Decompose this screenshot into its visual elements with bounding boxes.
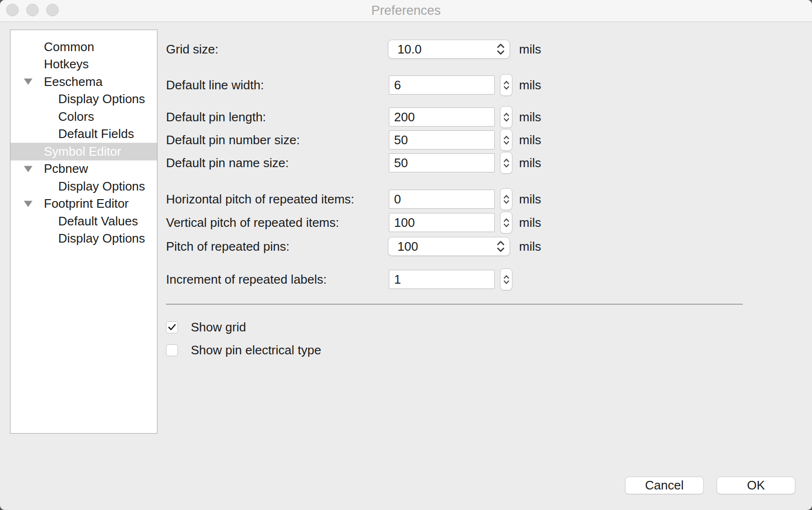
unit-label: mils [519,239,541,254]
checkbox-label: Show grid [191,320,246,335]
show-pin-electrical-type-checkbox[interactable] [166,344,178,356]
popup-selected-value: 100 [397,239,418,254]
default-pin-name-size-stepper[interactable] [500,152,512,174]
chevron-up-icon [503,136,510,139]
default-pin-name-size-label: Default pin name size: [166,156,289,170]
checkmark-icon [168,324,176,330]
vertical-pitch-of-repeated-items-label: Vertical pitch of repeated items: [166,215,339,230]
popup-selected-value: 10.0 [397,42,422,57]
default-pin-length-row: Default pin length: mils [166,106,777,128]
chevron-down-icon [503,164,510,168]
preferences-window: Preferences Common Hotkeys Eeschema Disp… [0,0,812,510]
unit-label: mils [519,156,541,170]
chevron-up-icon [503,159,510,162]
grid-size-select[interactable]: 10.0 [388,40,510,59]
horizontal-pitch-of-repeated-items-label: Horizontal pitch of repeated items: [166,192,354,207]
unit-label: mils [519,215,541,230]
checkbox-label: Show pin electrical type [191,343,321,358]
default-line-width-input[interactable] [389,75,495,95]
default-pin-name-size-input[interactable] [389,153,495,172]
horizontal-pitch-of-repeated-items-input[interactable] [389,190,495,209]
chevron-up-icon [503,275,510,279]
chevron-down-icon [503,118,510,122]
pitch-of-repeated-pins-select[interactable]: 100 [388,237,510,256]
show-pin-electrical-type-row: Show pin electrical type [166,339,321,361]
grid-size-row: Grid size: 10.0 mils [166,38,777,60]
chevron-up-icon [503,113,510,117]
chevron-up-icon [503,81,510,85]
chevron-down-icon [503,223,510,227]
unit-label: mils [519,192,541,207]
horizontal-pitch-of-repeated-items-row: Horizontal pitch of repeated items: mils [166,188,777,210]
increment-of-repeated-labels-label: Increment of repeated labels: [166,272,327,287]
chevron-up-icon [503,195,510,199]
default-pin-length-label: Default pin length: [166,110,266,125]
default-line-width-stepper[interactable] [500,74,512,96]
increment-of-repeated-labels-input[interactable] [389,270,495,289]
popup-stepper-icons [497,241,505,252]
popup-stepper-icons [497,43,505,55]
chevron-down-icon [503,200,510,204]
cancel-button[interactable]: Cancel [625,477,704,494]
default-pin-length-stepper[interactable] [500,106,512,128]
default-pin-number-size-stepper[interactable] [500,129,512,151]
chevron-down-icon [497,50,505,55]
chevron-down-icon [503,280,510,284]
default-pin-number-size-input[interactable] [389,130,495,149]
chevron-up-icon [497,241,505,245]
default-pin-number-size-label: Default pin number size: [166,133,300,148]
unit-label: mils [519,133,541,148]
increment-of-repeated-labels-row: Increment of repeated labels: [166,268,777,290]
unit-label: mils [519,78,541,93]
symbol-editor-panel: Grid size: 10.0 mils Default line width:… [0,0,812,510]
horizontal-pitch-of-repeated-items-stepper[interactable] [500,188,512,210]
default-pin-name-size-row: Default pin name size: mils [166,152,777,174]
chevron-up-icon [497,43,505,48]
vertical-pitch-of-repeated-items-row: Vertical pitch of repeated items: mils [166,212,777,234]
default-pin-length-input[interactable] [389,107,495,127]
unit-label: mils [519,42,541,57]
chevron-down-icon [497,247,505,252]
increment-of-repeated-labels-stepper[interactable] [500,268,512,290]
vertical-pitch-of-repeated-items-stepper[interactable] [500,212,512,234]
default-pin-number-size-row: Default pin number size: mils [166,129,777,151]
chevron-down-icon [503,141,510,145]
ok-button[interactable]: OK [717,477,795,494]
pitch-of-repeated-pins-row: Pitch of repeated pins: 100 mils [166,235,777,257]
unit-label: mils [519,110,541,125]
separator [166,304,743,305]
show-grid-checkbox[interactable] [166,321,178,333]
pitch-of-repeated-pins-label: Pitch of repeated pins: [166,239,290,254]
default-line-width-row: Default line width: mils [166,74,777,96]
vertical-pitch-of-repeated-items-input[interactable] [389,213,495,232]
chevron-up-icon [503,218,510,222]
grid-size-label: Grid size: [166,42,219,57]
default-line-width-label: Default line width: [166,78,264,93]
show-grid-row: Show grid [166,316,246,338]
chevron-down-icon [503,86,510,90]
